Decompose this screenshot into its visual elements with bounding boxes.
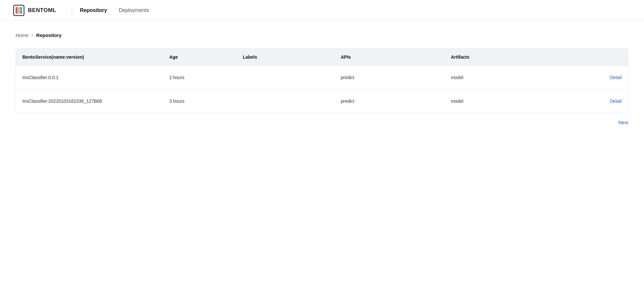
table-body: IrisClassifier:0.0.1 2 hours predict mod… bbox=[16, 66, 628, 113]
cell-labels-1 bbox=[236, 89, 334, 113]
col-header-name: BentoService(name:version) bbox=[16, 49, 163, 66]
logo-icon bbox=[13, 5, 25, 16]
col-header-action bbox=[555, 49, 628, 66]
pagination-area: Next bbox=[16, 113, 628, 126]
logo-area: BENTOML bbox=[13, 5, 56, 16]
main-content: Home > Repository BentoService(name:vers… bbox=[0, 21, 644, 138]
breadcrumb: Home > Repository bbox=[16, 32, 628, 38]
nav-repository[interactable]: Repository bbox=[80, 6, 107, 15]
table-row: IrisClassifier:0.0.1 2 hours predict mod… bbox=[16, 66, 628, 89]
table-row: IrisClassifier:20220103162336_127B68 3 h… bbox=[16, 89, 628, 113]
breadcrumb-current: Repository bbox=[36, 32, 62, 38]
cell-age-0: 2 hours bbox=[163, 66, 236, 89]
cell-artifacts-1: model bbox=[444, 89, 554, 113]
col-header-labels: Labels bbox=[236, 49, 334, 66]
svg-rect-1 bbox=[16, 7, 18, 14]
cell-action-1[interactable]: Detail bbox=[555, 89, 628, 113]
svg-rect-2 bbox=[18, 7, 20, 14]
detail-link-0[interactable]: Detail bbox=[610, 75, 622, 80]
detail-link-1[interactable]: Detail bbox=[610, 99, 622, 104]
table-header-row: BentoService(name:version) Age Labels AP… bbox=[16, 49, 628, 66]
cell-age-1: 3 hours bbox=[163, 89, 236, 113]
cell-apis-0: predict bbox=[334, 66, 444, 89]
cell-name-1: IrisClassifier:20220103162336_127B68 bbox=[16, 89, 163, 113]
cell-apis-1: predict bbox=[334, 89, 444, 113]
col-header-age: Age bbox=[163, 49, 236, 66]
cell-labels-0 bbox=[236, 66, 334, 89]
next-button[interactable]: Next bbox=[618, 120, 628, 125]
cell-action-0[interactable]: Detail bbox=[555, 66, 628, 89]
repository-table: BentoService(name:version) Age Labels AP… bbox=[16, 49, 628, 113]
cell-name-0: IrisClassifier:0.0.1 bbox=[16, 66, 163, 89]
repository-table-container: BentoService(name:version) Age Labels AP… bbox=[16, 48, 628, 113]
breadcrumb-home[interactable]: Home bbox=[16, 32, 29, 38]
nav-divider bbox=[72, 6, 72, 15]
breadcrumb-separator: > bbox=[31, 33, 34, 38]
col-header-apis: APIs bbox=[334, 49, 444, 66]
col-header-artifacts: Artifacts bbox=[444, 49, 554, 66]
nav-deployments[interactable]: Deployments bbox=[119, 6, 149, 15]
brand-name: BENTOML bbox=[28, 7, 56, 14]
navbar: BENTOML Repository Deployments bbox=[0, 0, 644, 21]
nav-links: Repository Deployments bbox=[80, 6, 149, 15]
svg-rect-3 bbox=[20, 7, 22, 10]
svg-rect-4 bbox=[20, 11, 22, 14]
cell-artifacts-0: model bbox=[444, 66, 554, 89]
